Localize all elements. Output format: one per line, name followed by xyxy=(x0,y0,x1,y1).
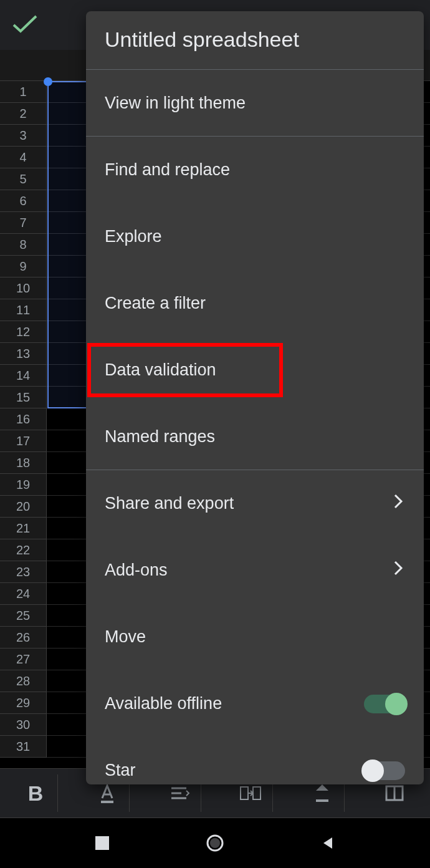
menu-item-data-validation[interactable]: Data validation xyxy=(86,337,424,403)
svg-rect-5 xyxy=(253,787,260,799)
row-header[interactable]: 17 xyxy=(0,430,47,452)
menu-item-label: Star xyxy=(105,761,364,780)
toggle-switch[interactable] xyxy=(364,695,405,713)
menu-item-label: Add-ons xyxy=(105,561,393,580)
row-header[interactable]: 7 xyxy=(0,212,47,234)
overflow-menu: Untitled spreadsheet View in light theme… xyxy=(86,11,424,784)
menu-title: Untitled spreadsheet xyxy=(86,11,424,70)
toggle-knob xyxy=(385,693,408,715)
row-header[interactable]: 23 xyxy=(0,561,47,583)
menu-item-label: Create a filter xyxy=(105,294,405,313)
row-header[interactable]: 1 xyxy=(0,81,47,103)
row-header[interactable]: 24 xyxy=(0,583,47,605)
menu-item-create-a-filter[interactable]: Create a filter xyxy=(86,270,424,337)
menu-item-share-and-export[interactable]: Share and export xyxy=(86,470,424,537)
menu-item-label: View in light theme xyxy=(105,94,405,113)
row-header[interactable]: 20 xyxy=(0,496,47,518)
recent-apps-icon[interactable] xyxy=(94,835,110,851)
menu-item-label: Data validation xyxy=(105,360,405,380)
svg-rect-9 xyxy=(95,836,109,850)
menu-item-label: Explore xyxy=(105,227,405,246)
svg-rect-4 xyxy=(241,787,248,799)
row-header[interactable]: 14 xyxy=(0,365,47,387)
row-header[interactable]: 16 xyxy=(0,408,47,430)
toggle-switch[interactable] xyxy=(364,761,405,780)
row-header[interactable]: 21 xyxy=(0,518,47,539)
row-header[interactable]: 25 xyxy=(0,605,47,627)
menu-item-view-in-light-theme[interactable]: View in light theme xyxy=(86,70,424,137)
chevron-right-icon xyxy=(393,493,405,514)
confirm-check-icon[interactable] xyxy=(11,12,39,37)
svg-point-11 xyxy=(210,838,220,848)
row-header[interactable]: 15 xyxy=(0,387,47,408)
chevron-right-icon xyxy=(393,559,405,581)
menu-item-named-ranges[interactable]: Named ranges xyxy=(86,403,424,470)
home-icon[interactable] xyxy=(204,832,226,854)
menu-item-explore[interactable]: Explore xyxy=(86,203,424,270)
menu-item-star[interactable]: Star xyxy=(86,737,424,784)
row-header[interactable]: 11 xyxy=(0,299,47,321)
row-header[interactable]: 2 xyxy=(0,103,47,125)
back-icon[interactable] xyxy=(320,835,336,851)
row-header[interactable]: 22 xyxy=(0,539,47,561)
row-header[interactable]: 27 xyxy=(0,649,47,670)
row-header[interactable]: 29 xyxy=(0,692,47,714)
row-header[interactable]: 6 xyxy=(0,190,47,212)
menu-item-label: Move xyxy=(105,627,405,647)
svg-rect-0 xyxy=(101,801,113,803)
row-header[interactable]: 18 xyxy=(0,452,47,474)
row-header[interactable]: 28 xyxy=(0,670,47,692)
menu-item-label: Named ranges xyxy=(105,427,405,446)
android-nav-bar xyxy=(0,818,430,868)
row-header[interactable]: 19 xyxy=(0,474,47,496)
menu-item-add-ons[interactable]: Add-ons xyxy=(86,537,424,604)
menu-item-label: Available offline xyxy=(105,694,364,713)
menu-item-label: Find and replace xyxy=(105,160,405,180)
row-header[interactable]: 30 xyxy=(0,714,47,736)
menu-item-move[interactable]: Move xyxy=(86,604,424,670)
menu-item-label: Share and export xyxy=(105,494,393,513)
row-header[interactable]: 8 xyxy=(0,234,47,256)
row-header[interactable]: 26 xyxy=(0,627,47,649)
row-header[interactable]: 10 xyxy=(0,277,47,299)
row-header[interactable]: 3 xyxy=(0,125,47,147)
row-header[interactable]: 9 xyxy=(0,256,47,277)
row-header[interactable]: 31 xyxy=(0,736,47,758)
menu-item-available-offline[interactable]: Available offline xyxy=(86,670,424,737)
row-header[interactable]: 12 xyxy=(0,321,47,343)
row-header[interactable]: 4 xyxy=(0,147,47,168)
row-header[interactable]: 13 xyxy=(0,343,47,365)
toggle-knob xyxy=(361,760,384,782)
menu-item-find-and-replace[interactable]: Find and replace xyxy=(86,137,424,203)
svg-rect-6 xyxy=(316,799,328,802)
bold-button[interactable]: B xyxy=(14,774,58,812)
row-header[interactable]: 5 xyxy=(0,168,47,190)
